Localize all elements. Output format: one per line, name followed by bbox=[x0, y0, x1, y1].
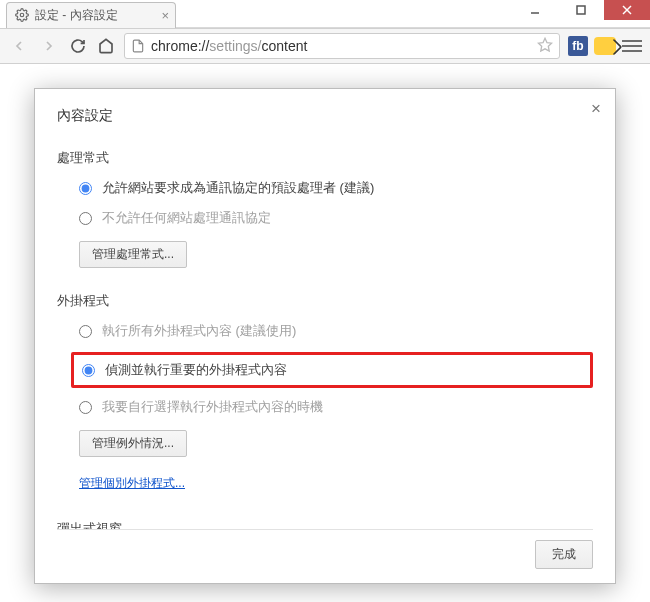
url-path: content bbox=[262, 38, 308, 54]
url-path-gray: settings/ bbox=[209, 38, 261, 54]
dialog-done-button[interactable]: 完成 bbox=[535, 540, 593, 569]
plugins-run-all-radio[interactable] bbox=[79, 325, 92, 338]
url-scheme: chrome:// bbox=[151, 38, 209, 54]
extension-facebook-icon[interactable]: fb bbox=[568, 36, 588, 56]
bookmark-star-icon[interactable] bbox=[537, 37, 553, 56]
dialog-close-button[interactable]: × bbox=[591, 99, 601, 119]
window-maximize-button[interactable] bbox=[558, 0, 604, 20]
browser-toolbar: chrome://settings/content fb bbox=[0, 28, 650, 64]
reload-button[interactable] bbox=[68, 36, 88, 56]
tab-strip: 設定 - 內容設定 × bbox=[0, 0, 176, 28]
section-handlers-title: 處理常式 bbox=[57, 149, 593, 167]
handlers-allow-label[interactable]: 允許網站要求成為通訊協定的預設處理者 (建議) bbox=[102, 179, 374, 197]
back-button[interactable] bbox=[8, 35, 30, 57]
handlers-block-label[interactable]: 不允許任何網站處理通訊協定 bbox=[102, 209, 271, 227]
plugins-run-all-label[interactable]: 執行所有外掛程式內容 (建議使用) bbox=[102, 322, 296, 340]
tab-title: 設定 - 內容設定 bbox=[35, 7, 118, 24]
manage-handlers-button[interactable]: 管理處理常式... bbox=[79, 241, 187, 268]
chrome-menu-button[interactable] bbox=[622, 36, 642, 56]
section-plugins-title: 外掛程式 bbox=[57, 292, 593, 310]
plugins-click-to-play-label[interactable]: 我要自行選擇執行外掛程式內容的時機 bbox=[102, 398, 323, 416]
forward-button[interactable] bbox=[38, 35, 60, 57]
browser-tab[interactable]: 設定 - 內容設定 × bbox=[6, 2, 176, 28]
home-button[interactable] bbox=[96, 36, 116, 56]
dialog-title: 內容設定 bbox=[57, 107, 593, 125]
window-titlebar: 設定 - 內容設定 × bbox=[0, 0, 650, 28]
extension-yellow-icon[interactable] bbox=[594, 37, 616, 55]
page-icon bbox=[131, 39, 145, 53]
highlight-annotation: 偵測並執行重要的外掛程式內容 bbox=[71, 352, 593, 388]
window-minimize-button[interactable] bbox=[512, 0, 558, 20]
plugins-click-to-play-radio[interactable] bbox=[79, 401, 92, 414]
tab-close-icon[interactable]: × bbox=[161, 8, 169, 23]
content-settings-dialog: × 內容設定 處理常式 允許網站要求成為通訊協定的預設處理者 (建議) 不允許任… bbox=[34, 88, 616, 584]
handlers-block-radio[interactable] bbox=[79, 212, 92, 225]
plugins-detect-important-radio[interactable] bbox=[82, 364, 95, 377]
plugins-detect-important-label[interactable]: 偵測並執行重要的外掛程式內容 bbox=[105, 361, 287, 379]
section-popups-title: 彈出式視窗 bbox=[57, 520, 593, 529]
window-close-button[interactable] bbox=[604, 0, 650, 20]
manage-individual-plugins-link[interactable]: 管理個別外掛程式... bbox=[79, 475, 185, 492]
gear-icon bbox=[15, 8, 29, 22]
address-bar[interactable]: chrome://settings/content bbox=[124, 33, 560, 59]
svg-rect-1 bbox=[577, 6, 585, 14]
svg-point-4 bbox=[20, 13, 24, 17]
svg-marker-5 bbox=[538, 38, 551, 51]
manage-plugin-exceptions-button[interactable]: 管理例外情況... bbox=[79, 430, 187, 457]
handlers-allow-radio[interactable] bbox=[79, 182, 92, 195]
